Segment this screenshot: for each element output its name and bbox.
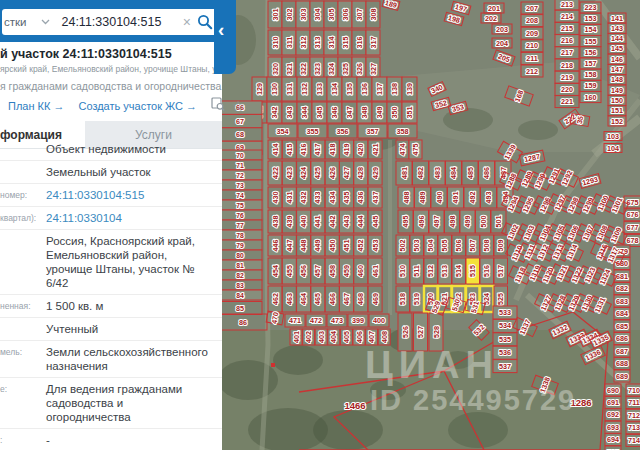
- map-parcel[interactable]: 153: [580, 13, 601, 24]
- map-parcel[interactable]: 407: [366, 329, 378, 345]
- map-parcel[interactable]: 308: [366, 1, 380, 28]
- map-parcel[interactable]: 451: [340, 235, 354, 256]
- search-category-dropdown[interactable]: стки: [4, 16, 26, 28]
- map-parcel[interactable]: 504: [424, 235, 438, 256]
- map-parcel[interactable]: 524: [480, 286, 494, 312]
- map-parcel[interactable]: 208: [521, 15, 543, 27]
- map-parcel[interactable]: 694: [605, 434, 621, 446]
- create-zhs-link[interactable]: Создать участок ЖС →: [78, 100, 197, 112]
- map-parcel[interactable]: 402: [303, 329, 315, 345]
- map-parcel[interactable]: 406: [353, 329, 365, 345]
- map-parcel[interactable]: 455: [282, 258, 296, 284]
- map-parcel[interactable]: 454: [268, 258, 282, 284]
- map-parcel[interactable]: 131: [282, 77, 297, 101]
- map-parcel[interactable]: 711: [626, 397, 640, 409]
- map-parcel[interactable]: 688: [614, 358, 630, 370]
- map-parcel[interactable]: 445: [368, 210, 382, 233]
- map-parcel[interactable]: 436: [354, 187, 368, 208]
- map-parcel[interactable]: 483: [429, 161, 445, 185]
- map-parcel[interactable]: 314: [324, 30, 338, 55]
- map-parcel[interactable]: 399: [348, 314, 368, 327]
- map-parcel[interactable]: 484: [446, 161, 462, 185]
- map-parcel[interactable]: 689: [614, 370, 630, 382]
- map-parcel[interactable]: 687: [614, 345, 630, 357]
- map-parcel[interactable]: 144: [608, 34, 626, 44]
- map-parcel[interactable]: 428: [354, 161, 368, 185]
- map-parcel[interactable]: 691: [605, 396, 621, 408]
- map-parcel[interactable]: 488: [398, 187, 414, 208]
- search-box[interactable]: стки ×: [2, 9, 220, 35]
- map-parcel[interactable]: 508: [480, 235, 494, 256]
- map-parcel[interactable]: 714: [626, 434, 640, 446]
- map-parcel[interactable]: 684: [614, 308, 630, 320]
- map-parcel[interactable]: 211: [521, 52, 543, 64]
- map-parcel[interactable]: 351: [402, 102, 417, 123]
- map-parcel[interactable]: 500: [476, 210, 491, 233]
- map-parcel[interactable]: 501: [491, 210, 506, 233]
- map-parcel[interactable]: 82: [222, 270, 262, 280]
- map-parcel[interactable]: 498: [445, 210, 460, 233]
- map-parcel[interactable]: 405: [340, 329, 352, 345]
- map-parcel[interactable]: 496: [414, 210, 429, 233]
- map-parcel[interactable]: 311: [282, 30, 296, 55]
- map-parcel[interactable]: 423: [282, 161, 296, 185]
- map-parcel[interactable]: 154: [580, 24, 601, 35]
- map-parcel[interactable]: 449: [311, 235, 325, 256]
- map-parcel[interactable]: 683: [614, 295, 630, 307]
- map-parcel[interactable]: 435: [340, 187, 354, 208]
- map-parcel[interactable]: 73: [222, 180, 262, 190]
- map-parcel[interactable]: 75: [222, 200, 262, 210]
- search-icon[interactable]: [197, 14, 213, 30]
- map-parcel[interactable]: 450: [325, 235, 339, 256]
- map-parcel[interactable]: 343: [282, 102, 297, 123]
- map-parcel[interactable]: 129: [252, 77, 267, 101]
- map-parcel[interactable]: 505: [438, 235, 452, 256]
- map-parcel[interactable]: 350: [387, 102, 402, 123]
- map-parcel[interactable]: 469: [368, 286, 382, 312]
- info-row-value-link[interactable]: 24:11:0330104:515: [46, 188, 210, 202]
- map-parcel[interactable]: 715: [605, 446, 621, 450]
- map-parcel[interactable]: 471: [285, 314, 305, 327]
- map-parcel[interactable]: 472: [306, 314, 326, 327]
- map-parcel[interactable]: 209: [521, 27, 543, 39]
- map-parcel[interactable]: 218: [555, 59, 579, 71]
- map-parcel[interactable]: 465: [311, 286, 325, 312]
- map-parcel[interactable]: 462: [268, 286, 282, 312]
- map-parcel[interactable]: 349: [372, 102, 387, 123]
- map-parcel[interactable]: 457: [311, 258, 325, 284]
- map-parcel[interactable]: 458: [325, 258, 339, 284]
- map-parcel[interactable]: 213: [555, 0, 579, 10]
- map-parcel[interactable]: 216: [555, 35, 579, 47]
- map-parcel[interactable]: 414: [268, 140, 282, 159]
- map-parcel[interactable]: 710: [626, 384, 640, 396]
- map-parcel[interactable]: 344: [297, 102, 312, 123]
- map-parcel[interactable]: 158: [580, 69, 601, 80]
- map-parcel[interactable]: 516: [480, 258, 494, 284]
- map-parcel[interactable]: 422: [268, 161, 282, 185]
- map-parcel[interactable]: 493: [481, 187, 497, 208]
- map-parcel[interactable]: 81: [222, 260, 262, 270]
- map-parcel[interactable]: 404: [328, 329, 340, 345]
- map-parcel[interactable]: 443: [340, 210, 354, 233]
- map-parcel[interactable]: 223: [580, 2, 601, 13]
- map-parcel[interactable]: 136: [357, 77, 372, 101]
- map-parcel[interactable]: 417: [311, 140, 325, 159]
- map-parcel[interactable]: 212: [521, 65, 543, 77]
- map-parcel[interactable]: 79: [222, 240, 262, 250]
- map-parcel[interactable]: 429: [368, 161, 382, 185]
- map-parcel[interactable]: 207: [521, 2, 543, 14]
- map-parcel[interactable]: 431: [282, 187, 296, 208]
- map-parcel[interactable]: 304: [310, 1, 324, 28]
- map-parcel[interactable]: 474: [396, 140, 409, 159]
- map-parcel[interactable]: 152: [608, 116, 626, 126]
- map-parcel[interactable]: 313: [310, 30, 324, 55]
- search-input[interactable]: [59, 14, 180, 30]
- map-parcel[interactable]: 424: [297, 161, 311, 185]
- map-parcel[interactable]: 301: [268, 1, 282, 28]
- map-parcel[interactable]: 432: [297, 187, 311, 208]
- map-parcel[interactable]: 503: [410, 235, 424, 256]
- map-parcel[interactable]: 210: [521, 40, 543, 52]
- map-parcel[interactable]: 310: [268, 30, 282, 55]
- map-parcel[interactable]: 433: [311, 187, 325, 208]
- map-parcel[interactable]: 156: [580, 47, 601, 58]
